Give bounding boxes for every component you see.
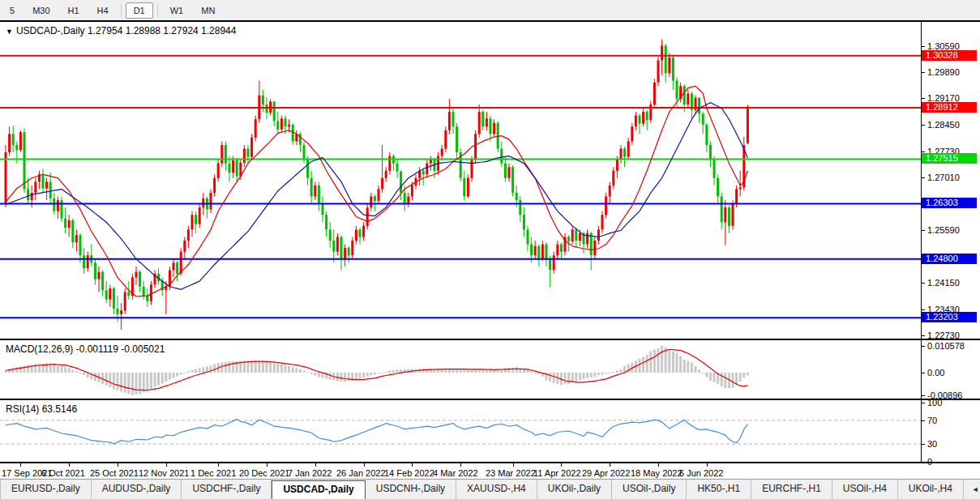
date-label: 29 Apr 2022 bbox=[582, 468, 630, 478]
rsi-axis-label: 100 bbox=[927, 398, 942, 407]
tab-usdcnh-daily[interactable]: USDCNH-,Daily bbox=[366, 480, 456, 499]
date-label: 6 Oct 2021 bbox=[41, 468, 85, 478]
time-tick bbox=[20, 463, 21, 467]
timeframe-button-H1[interactable]: H1 bbox=[60, 2, 88, 19]
date-label: 6 Jun 2022 bbox=[679, 468, 723, 478]
axis-tick bbox=[922, 403, 925, 403]
tab-eurusd-daily[interactable]: EURUSD-,Daily bbox=[0, 480, 92, 499]
tab-usoil-h4[interactable]: USOil-,H4 bbox=[832, 480, 898, 499]
timeframe-button-M30[interactable]: M30 bbox=[24, 2, 58, 19]
tab-hk50-h1[interactable]: HK50-,H1 bbox=[687, 480, 751, 499]
axis-tick bbox=[922, 98, 925, 99]
rsi-canvas[interactable] bbox=[0, 400, 921, 462]
axis-tick bbox=[922, 335, 925, 336]
price-tag-1.27515: 1.27515 bbox=[922, 153, 977, 164]
tab-ukoil-daily[interactable]: UKOil-,Daily bbox=[537, 480, 612, 499]
rsi-axis-label: 70 bbox=[927, 416, 937, 425]
price-axis-label: 1.29890 bbox=[927, 67, 960, 77]
axis-tick bbox=[922, 230, 925, 231]
axis-tick bbox=[922, 151, 925, 152]
axis-tick bbox=[922, 462, 925, 463]
tab-audusd-daily[interactable]: AUDUSD-,Daily bbox=[92, 480, 182, 499]
axis-tick bbox=[922, 444, 925, 445]
chart-window: ▼USDCAD-,Daily 1.27954 1.28988 1.27924 1… bbox=[0, 20, 980, 479]
axis-tick bbox=[922, 309, 925, 310]
axis-tick bbox=[922, 72, 925, 73]
candles-layer[interactable] bbox=[5, 40, 749, 330]
date-label: 20 Dec 2021 bbox=[239, 468, 289, 478]
time-tick bbox=[610, 463, 610, 467]
axis-tick bbox=[922, 283, 925, 284]
date-label: 4 Mar 2022 bbox=[433, 468, 478, 478]
axis-tick bbox=[922, 46, 925, 47]
time-tick bbox=[118, 463, 118, 467]
date-label: 23 Mar 2022 bbox=[486, 468, 536, 478]
date-label: 11 Apr 2022 bbox=[533, 468, 581, 478]
tab-scroll-left-button[interactable]: ◄ bbox=[972, 485, 979, 493]
date-label: 25 Oct 2021 bbox=[90, 468, 139, 478]
price-axis-label: 1.27010 bbox=[927, 173, 960, 182]
date-label: 26 Jan 2022 bbox=[336, 468, 386, 478]
tab-usoil-daily[interactable]: USOil-,Daily bbox=[612, 480, 687, 499]
price-tag-1.30328: 1.30328 bbox=[922, 50, 977, 61]
price-tag-1.23203: 1.23203 bbox=[922, 312, 977, 322]
chart-tabs-bar: EURUSD-,DailyAUDUSD-,DailyUSDCHF-,DailyU… bbox=[0, 479, 980, 499]
axis-tick bbox=[922, 420, 925, 421]
horizontal-levels-layer[interactable] bbox=[0, 56, 921, 318]
price-tag-1.26303: 1.26303 bbox=[922, 198, 977, 208]
tab-ukoil-h4[interactable]: UKOil-,H4 bbox=[898, 480, 964, 499]
macd-label: MACD(12,26,9) -0.001119 -0.005021 bbox=[6, 343, 165, 355]
time-tick bbox=[513, 463, 514, 467]
axis-tick bbox=[922, 395, 925, 396]
chart-title: ▼USDCAD-,Daily 1.27954 1.28988 1.27924 1… bbox=[6, 25, 236, 36]
macd-axis-label: 0.00 bbox=[927, 368, 944, 377]
date-label: 7 Jan 2022 bbox=[288, 468, 332, 478]
timeframe-toolbar: 5M30H1H4D1W1MN bbox=[0, 0, 980, 20]
toolbar-separator bbox=[121, 4, 122, 17]
time-tick bbox=[218, 463, 219, 467]
date-label: 18 May 2022 bbox=[631, 468, 683, 478]
tab-usdcad-daily[interactable]: USDCAD-,Daily bbox=[272, 480, 365, 499]
time-tick bbox=[267, 463, 267, 467]
time-tick bbox=[460, 463, 461, 467]
rsi-line bbox=[6, 419, 747, 444]
price-tag-1.28912: 1.28912 bbox=[922, 102, 977, 113]
time-tick bbox=[364, 463, 365, 467]
symbol-dropdown-icon[interactable]: ▼ bbox=[6, 28, 13, 36]
tab-usdchf-daily[interactable]: USDCHF-,Daily bbox=[182, 480, 272, 499]
rsi-axis-label: 0 bbox=[927, 457, 932, 467]
price-axis-label: 1.25590 bbox=[927, 225, 960, 235]
rsi-axis-label: 30 bbox=[927, 439, 937, 449]
macd-axis-label: 0.010578 bbox=[927, 341, 965, 351]
tab-eurchf-h1[interactable]: EURCHF-,H1 bbox=[751, 480, 832, 499]
date-label: 14 Feb 2022 bbox=[384, 468, 434, 478]
toolbar-separator bbox=[157, 4, 158, 17]
price-axis-label: 1.24150 bbox=[927, 278, 960, 288]
tab-scroll-arrows: ◄► bbox=[964, 480, 980, 499]
timeframe-button-5[interactable]: 5 bbox=[2, 2, 23, 19]
date-label: 1 Dec 2021 bbox=[190, 468, 236, 478]
price-axis-label: 1.28450 bbox=[927, 120, 960, 130]
tab-xauusd-h4[interactable]: XAUUSD-,H4 bbox=[456, 480, 537, 499]
rsi-label: RSI(14) 63.5146 bbox=[6, 403, 77, 415]
time-tick bbox=[166, 463, 167, 467]
axis-tick bbox=[922, 177, 925, 178]
price-tag-1.24800: 1.24800 bbox=[922, 254, 977, 264]
axis-tick bbox=[922, 125, 925, 126]
timeframe-button-D1[interactable]: D1 bbox=[126, 2, 153, 19]
time-axis[interactable]: 17 Sep 20216 Oct 202125 Oct 202112 Nov 2… bbox=[0, 463, 921, 480]
date-label: 12 Nov 2021 bbox=[139, 468, 189, 478]
timeframe-button-MN[interactable]: MN bbox=[193, 2, 223, 19]
timeframe-button-H4[interactable]: H4 bbox=[89, 2, 117, 19]
time-tick bbox=[412, 463, 413, 467]
price-axis-label: 1.22730 bbox=[927, 331, 960, 340]
time-tick bbox=[658, 463, 659, 467]
main-chart-canvas[interactable] bbox=[0, 22, 921, 339]
chart-title-text: USDCAD-,Daily 1.27954 1.28988 1.27924 1.… bbox=[16, 25, 237, 36]
timeframe-button-W1[interactable]: W1 bbox=[162, 2, 192, 19]
time-tick bbox=[315, 463, 316, 467]
price-axis[interactable]: 1.305901.298901.291701.284501.277301.270… bbox=[922, 22, 980, 463]
time-tick bbox=[69, 463, 70, 467]
time-tick bbox=[561, 463, 562, 467]
axis-tick bbox=[922, 373, 925, 373]
